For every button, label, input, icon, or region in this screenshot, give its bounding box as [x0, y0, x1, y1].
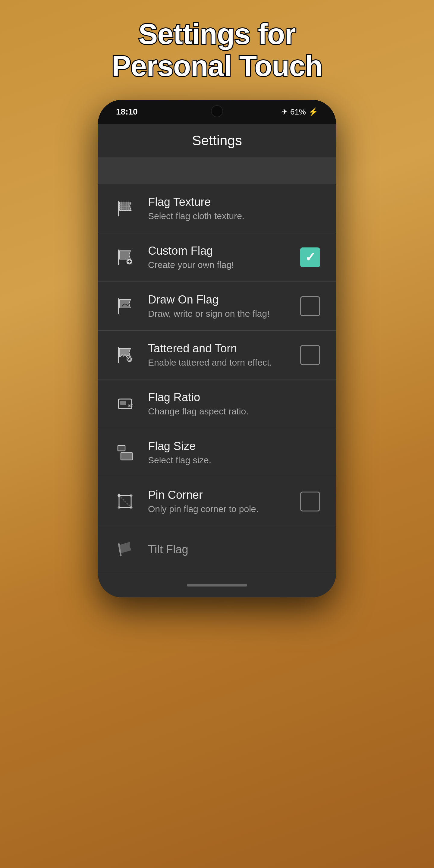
battery-icon: ⚡	[308, 107, 318, 117]
tilt-flag-icon	[113, 537, 137, 561]
flag-ratio-subtitle: Change flag aspect ratio.	[148, 406, 321, 416]
svg-point-38	[130, 506, 133, 509]
home-indicator	[187, 584, 247, 587]
phone-frame: 18:10 ✈ 61% ⚡ Settings	[98, 100, 336, 597]
section-spacer	[98, 157, 336, 184]
settings-list: Flag Texture Select flag cloth texture. …	[98, 184, 336, 573]
svg-text:16:9: 16:9	[127, 404, 133, 407]
svg-line-20	[130, 360, 130, 360]
pin-corner-icon	[113, 490, 137, 514]
draw-flag-title: Draw On Flag	[148, 293, 288, 306]
flag-ratio-title: Flag Ratio	[148, 391, 321, 404]
flag-size-icon	[113, 441, 137, 465]
checkbox-unchecked-indicator	[300, 492, 320, 512]
settings-item-custom-flag[interactable]: Custom Flag Create your own flag! ✓	[98, 233, 336, 282]
settings-item-pin-corner[interactable]: Pin Corner Only pin flag corner to pole.	[98, 477, 336, 526]
phone-bottom	[98, 573, 336, 597]
pin-corner-title: Pin Corner	[148, 489, 288, 501]
app-bar: Settings	[98, 124, 336, 157]
checkbox-unchecked-indicator	[300, 345, 320, 365]
svg-point-35	[118, 494, 121, 497]
app-bar-title: Settings	[192, 132, 242, 149]
tattered-title: Tattered and Torn	[148, 342, 288, 355]
settings-item-flag-ratio[interactable]: 16:9 Flag Ratio Change flag aspect ratio…	[98, 379, 336, 428]
status-icons: ✈ 61% ⚡	[281, 107, 318, 117]
settings-item-tattered[interactable]: Tattered and Torn Enable tattered and to…	[98, 331, 336, 379]
checkbox-unchecked-indicator	[300, 296, 320, 316]
svg-rect-27	[118, 445, 125, 451]
settings-item-draw-flag[interactable]: Draw On Flag Draw, write or sign on the …	[98, 282, 336, 331]
svg-rect-29	[121, 453, 132, 460]
flag-size-text: Flag Size Select flag size.	[148, 440, 321, 465]
flag-size-title: Flag Size	[148, 440, 321, 453]
flag-ratio-icon: 16:9	[113, 392, 137, 416]
pin-corner-checkbox[interactable]	[299, 491, 321, 513]
pin-corner-subtitle: Only pin flag corner to pole.	[148, 504, 288, 514]
draw-flag-checkbox[interactable]	[299, 296, 321, 317]
airplane-icon: ✈	[281, 107, 288, 117]
battery-percent: 61%	[290, 107, 306, 117]
tattered-flag-icon	[113, 343, 137, 367]
phone-notch	[211, 105, 223, 117]
flag-texture-subtitle: Select flag cloth texture.	[148, 211, 321, 221]
checkbox-checked-indicator: ✓	[300, 247, 320, 267]
svg-line-22	[128, 360, 128, 360]
svg-rect-11	[127, 261, 131, 262]
status-bar: 18:10 ✈ 61% ⚡	[98, 100, 336, 124]
tattered-subtitle: Enable tattered and torn effect.	[148, 358, 288, 368]
flag-texture-icon	[113, 196, 137, 221]
svg-point-36	[130, 494, 133, 497]
svg-point-37	[118, 506, 121, 509]
custom-flag-subtitle: Create your own flag!	[148, 260, 288, 270]
draw-flag-subtitle: Draw, write or sign on the flag!	[148, 309, 288, 319]
flag-ratio-text: Flag Ratio Change flag aspect ratio.	[148, 391, 321, 416]
custom-flag-title: Custom Flag	[148, 244, 288, 257]
settings-item-flag-texture[interactable]: Flag Texture Select flag cloth texture.	[98, 184, 336, 233]
draw-flag-text: Draw On Flag Draw, write or sign on the …	[148, 293, 288, 319]
svg-line-34	[119, 495, 131, 507]
pin-corner-text: Pin Corner Only pin flag corner to pole.	[148, 489, 288, 514]
page-title: Settings for Personal Touch	[112, 18, 322, 82]
svg-rect-24	[120, 401, 126, 405]
custom-flag-text: Custom Flag Create your own flag!	[148, 244, 288, 270]
status-time: 18:10	[116, 107, 138, 117]
tattered-checkbox[interactable]	[299, 344, 321, 366]
flag-texture-text: Flag Texture Select flag cloth texture.	[148, 195, 321, 221]
custom-flag-icon	[113, 245, 137, 270]
flag-texture-title: Flag Texture	[148, 195, 321, 209]
checkmark-icon: ✓	[305, 251, 315, 264]
settings-item-flag-size[interactable]: Flag Size Select flag size.	[98, 428, 336, 477]
custom-flag-checkbox[interactable]: ✓	[299, 247, 321, 268]
tattered-text: Tattered and Torn Enable tattered and to…	[148, 342, 288, 368]
settings-item-tilt-flag[interactable]: Tilt Flag	[98, 526, 336, 573]
tilt-flag-text: Tilt Flag	[148, 543, 321, 556]
flag-size-subtitle: Select flag size.	[148, 455, 321, 465]
tilt-flag-title: Tilt Flag	[148, 543, 321, 556]
draw-flag-icon	[113, 294, 137, 318]
